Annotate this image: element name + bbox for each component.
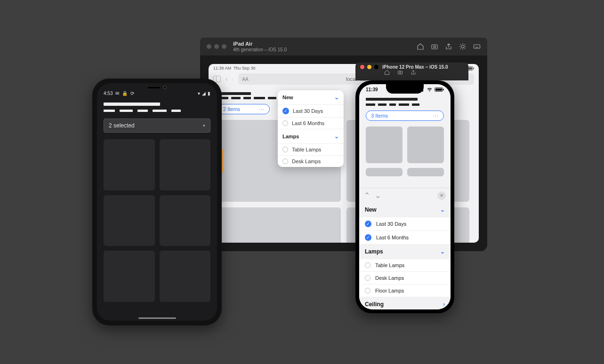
filter-option-label: Desk Lamps bbox=[292, 158, 321, 164]
product-tile[interactable] bbox=[104, 251, 155, 302]
product-grid bbox=[104, 139, 210, 302]
filter-option-label: Last 30 Days bbox=[376, 221, 406, 227]
battery-icon: ▮ bbox=[208, 91, 210, 96]
back-icon[interactable]: ‹ bbox=[225, 75, 228, 83]
filter-pill[interactable]: 3 Items ··· bbox=[366, 111, 444, 121]
filter-pill-label: 2 Items bbox=[223, 106, 240, 112]
svg-rect-3 bbox=[474, 45, 480, 48]
check-icon: ✓ bbox=[365, 234, 371, 241]
zoom-dot[interactable] bbox=[222, 44, 226, 49]
filter-section-lamps[interactable]: Lamps ⌄ bbox=[359, 245, 451, 259]
filter-option[interactable]: ✓ Last 30 Days bbox=[278, 104, 344, 117]
filter-option-label: Last 6 Months bbox=[292, 120, 324, 126]
filter-section-new[interactable]: New ⌄ bbox=[278, 90, 344, 104]
product-tile[interactable] bbox=[218, 207, 341, 243]
zoom-dot[interactable] bbox=[374, 65, 379, 69]
filter-option[interactable]: Table Lamps bbox=[359, 259, 451, 272]
chevron-down-icon[interactable]: ⌄ bbox=[375, 191, 381, 200]
filter-option[interactable]: Desk Lamps bbox=[278, 155, 344, 167]
forward-icon[interactable]: › bbox=[232, 75, 234, 83]
iphone-notch bbox=[386, 84, 424, 94]
filter-option-label: Table Lamps bbox=[292, 147, 321, 152]
filter-option[interactable]: Desk Lamps bbox=[359, 272, 451, 285]
product-tile[interactable] bbox=[366, 168, 403, 176]
product-grid bbox=[366, 127, 444, 176]
share-icon[interactable] bbox=[410, 70, 417, 75]
product-tile[interactable] bbox=[104, 195, 155, 246]
window-controls[interactable] bbox=[207, 44, 226, 49]
product-tile[interactable] bbox=[160, 251, 211, 302]
breadcrumb-placeholder bbox=[104, 110, 210, 112]
svg-rect-7 bbox=[398, 71, 403, 74]
filter-option[interactable]: ✓ Last 30 Days bbox=[359, 217, 451, 231]
minimize-dot[interactable] bbox=[214, 44, 219, 49]
svg-point-1 bbox=[434, 46, 435, 47]
minimize-dot[interactable] bbox=[367, 65, 371, 69]
signal-icon: ◢ bbox=[202, 91, 206, 96]
filter-option[interactable]: Table Lamps bbox=[278, 143, 344, 155]
chevron-down-icon: ▾ bbox=[203, 123, 205, 128]
sim-device-sub: 4th generation – iOS 15.0 bbox=[233, 47, 287, 52]
svg-rect-6 bbox=[473, 68, 474, 69]
filter-section-title: New bbox=[282, 95, 293, 100]
product-tile[interactable] bbox=[104, 139, 155, 190]
filter-section-ceiling[interactable]: Ceiling › bbox=[359, 297, 451, 309]
radio-empty-icon bbox=[365, 275, 370, 281]
home-icon[interactable] bbox=[384, 70, 390, 75]
chevron-up-icon[interactable]: ⌃ bbox=[364, 191, 370, 200]
close-button[interactable]: ✕ bbox=[437, 191, 446, 200]
filter-dropdown[interactable]: 2 selected ▾ bbox=[104, 119, 210, 133]
window-controls[interactable] bbox=[360, 65, 379, 69]
product-tile[interactable] bbox=[407, 168, 444, 176]
keyboard-icon[interactable] bbox=[473, 43, 481, 50]
sim-device-name: iPhone 12 Pro Max – iOS 15.0 bbox=[382, 64, 448, 70]
svg-rect-15 bbox=[443, 89, 444, 90]
home-indicator[interactable] bbox=[138, 317, 176, 319]
iphone-sim-titlebar[interactable]: iPhone 12 Pro Max – iOS 15.0 bbox=[355, 63, 468, 80]
product-tile[interactable] bbox=[160, 139, 211, 190]
status-time: 11:39 AM bbox=[213, 66, 231, 71]
brightness-icon[interactable] bbox=[459, 43, 467, 50]
share-icon[interactable] bbox=[445, 43, 452, 50]
filter-section-new[interactable]: New ⌄ bbox=[359, 203, 451, 217]
filter-option-label: Last 6 Months bbox=[376, 235, 409, 240]
radio-empty-icon bbox=[365, 262, 370, 268]
radio-empty-icon bbox=[365, 288, 370, 293]
android-bezel: 4:53 ✉ 🔒 ⟳ ▾ ◢ ▮ bbox=[92, 79, 222, 325]
screenshot-icon[interactable] bbox=[397, 70, 403, 75]
android-camera-cutout bbox=[147, 85, 167, 90]
home-icon[interactable] bbox=[417, 43, 424, 50]
chevron-down-icon: ⌄ bbox=[440, 248, 445, 255]
filter-option-label: Table Lamps bbox=[375, 262, 404, 268]
close-dot[interactable] bbox=[360, 65, 364, 69]
filter-option[interactable]: Floor Lamps bbox=[359, 285, 451, 297]
product-tile[interactable] bbox=[407, 127, 444, 163]
breadcrumb-placeholder bbox=[366, 103, 444, 106]
filter-pill-more[interactable]: ··· bbox=[259, 106, 265, 112]
ipad-sim-titlebar[interactable]: iPad Air 4th generation – iOS 15.0 bbox=[200, 38, 487, 55]
filter-pill-more[interactable]: ··· bbox=[433, 113, 439, 119]
product-tile[interactable] bbox=[366, 127, 403, 163]
filter-option[interactable]: ✓ Last 6 Months bbox=[359, 231, 451, 245]
check-icon: ✓ bbox=[282, 108, 289, 114]
screenshot-icon[interactable] bbox=[431, 43, 438, 50]
chevron-down-icon: ⌄ bbox=[334, 133, 339, 140]
svg-point-8 bbox=[399, 72, 401, 73]
battery-icon bbox=[435, 87, 444, 92]
filter-section-lamps[interactable]: Lamps ⌄ bbox=[278, 129, 344, 143]
filter-section-title: Lamps bbox=[365, 248, 383, 255]
page-title-placeholder bbox=[366, 98, 418, 101]
wifi-icon: ▾ bbox=[198, 91, 200, 96]
filter-popover: New ⌄ ✓ Last 30 Days Last 6 Months Lamps… bbox=[278, 90, 344, 167]
filter-dropdown-label: 2 selected bbox=[109, 122, 135, 129]
filter-option[interactable]: Last 6 Months bbox=[278, 117, 344, 129]
filter-option-label: Floor Lamps bbox=[375, 288, 404, 293]
android-screen: 4:53 ✉ 🔒 ⟳ ▾ ◢ ▮ bbox=[97, 83, 217, 321]
filter-section-title: Ceiling bbox=[365, 301, 384, 308]
filter-pill[interactable]: 2 Items ··· bbox=[218, 104, 270, 114]
text-size-icon[interactable]: AA bbox=[242, 77, 248, 82]
close-dot[interactable] bbox=[207, 44, 211, 49]
product-tile[interactable] bbox=[160, 195, 211, 246]
iphone-bezel: 11:39 3 Items ··· bbox=[355, 80, 454, 313]
chevron-right-icon: › bbox=[443, 301, 445, 308]
